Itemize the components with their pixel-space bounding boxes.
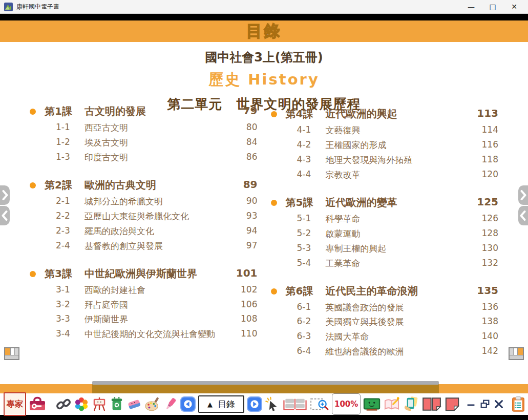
toc-sub-entry[interactable]: 3-3伊斯蘭世界108	[30, 313, 258, 325]
two-page-view-icon[interactable]	[422, 395, 441, 413]
clipboard-list-icon[interactable]	[511, 395, 525, 413]
toc-lesson-entry[interactable]: 第3課中世紀歐洲與伊斯蘭世界101	[30, 267, 258, 281]
window-maximize-button[interactable]: □	[482, 0, 503, 14]
toc-sub-entry[interactable]: 1-1西亞古文明80	[30, 122, 258, 134]
book-page: 國中社會3上(第五冊) 歷史 History 第二單元 世界文明的發展歷程 第1…	[0, 42, 528, 384]
lesson-title: 近代歐洲的變革	[326, 196, 471, 209]
flip-to-left-page-icon[interactable]	[4, 347, 19, 360]
open-book-icon[interactable]	[283, 395, 307, 413]
lesson-title: 歐洲的古典文明	[85, 178, 230, 192]
marker-icon[interactable]	[163, 395, 178, 413]
toc-lesson-entry[interactable]: 第1課古文明的發展79	[30, 104, 258, 118]
section-title: 印度古文明	[85, 152, 230, 163]
toc-sub-entry[interactable]: 5-4工業革命132	[271, 258, 499, 269]
lesson-page-number: 135	[472, 284, 498, 297]
phone-hand-icon[interactable]	[403, 395, 419, 413]
toc-lesson-entry[interactable]: 第6課近代民主的革命浪潮135	[271, 284, 499, 298]
toc-sub-entry[interactable]: 2-1城邦分立的希臘文明90	[30, 196, 258, 207]
section-number: 5-1	[286, 213, 325, 223]
toc-sub-entry[interactable]: 6-2美國獨立與其後發展138	[271, 316, 499, 328]
corner-icon-base	[5, 355, 18, 359]
toc-sub-entry[interactable]: 1-2埃及古文明84	[30, 137, 258, 149]
palette-icon[interactable]	[144, 395, 161, 413]
toc-sub-entry[interactable]: 5-1科學革命126	[271, 213, 499, 225]
horizontal-scrollbar[interactable]	[92, 381, 439, 385]
section-number: 1-2	[45, 137, 83, 147]
section-page-number: 120	[472, 169, 498, 179]
left-edge-next-button[interactable]	[0, 185, 10, 205]
toc-sub-entry[interactable]: 2-3羅馬的政治與文化94	[30, 225, 258, 237]
toc-section: 第6課近代民主的革命浪潮1356-1英國議會政治的發展1366-2美國獨立與其後…	[271, 284, 499, 358]
bullet-icon	[30, 109, 36, 115]
app-close-button[interactable]	[493, 395, 504, 413]
section-page-number: 116	[472, 139, 498, 150]
lesson-page-number: 125	[472, 196, 498, 208]
toolbox-icon[interactable]	[29, 395, 46, 413]
toc-sub-entry[interactable]: 2-4基督教的創立與發展97	[30, 240, 258, 252]
window-title: 康軒國中電子書	[16, 3, 59, 11]
toc-lesson-entry[interactable]: 第2課歐洲的古典文明89	[30, 178, 258, 192]
toc-sub-entry[interactable]: 5-2啟蒙運動128	[271, 228, 499, 240]
app-minimize-button[interactable]	[466, 395, 477, 413]
section-number: 5-2	[286, 228, 325, 238]
toc-sub-entry[interactable]: 3-2拜占庭帝國106	[30, 299, 258, 311]
toc-sub-entry[interactable]: 5-3專制王權的興起130	[271, 243, 499, 255]
eraser-icon[interactable]	[126, 395, 142, 413]
section-page-number: 86	[231, 152, 258, 162]
toc-sub-entry[interactable]: 6-1英國議會政治的發展136	[271, 302, 499, 313]
notebook-pen-icon[interactable]	[383, 395, 400, 413]
lesson-page-number: 89	[231, 178, 258, 191]
toc-section: 第1課古文明的發展791-1西亞古文明801-2埃及古文明841-3印度古文明8…	[30, 104, 258, 163]
one-page-view-icon[interactable]	[444, 395, 460, 413]
window-close-button[interactable]: ✕	[503, 0, 525, 14]
easel-icon[interactable]	[92, 395, 107, 413]
window-minimize-button[interactable]: —	[460, 0, 482, 14]
app-logo-icon	[4, 3, 13, 11]
zoom-region-icon[interactable]	[310, 395, 329, 413]
cursor-icon[interactable]	[265, 395, 280, 413]
toc-sub-entry[interactable]: 1-3印度古文明86	[30, 152, 258, 163]
toc-sub-entry[interactable]: 4-4宗教改革120	[271, 169, 499, 181]
toc-sub-entry[interactable]: 6-4維也納會議後的歐洲142	[271, 346, 499, 358]
toc-sub-entry[interactable]: 3-1西歐的封建社會102	[30, 284, 258, 296]
bookmark-arrow-icon: ▲	[207, 401, 213, 408]
flip-to-right-page-icon[interactable]	[509, 347, 524, 360]
left-edge-prev-button[interactable]	[0, 206, 10, 225]
section-page-number: 132	[472, 258, 498, 268]
right-edge-prev-button[interactable]	[518, 206, 528, 225]
toc-sub-entry[interactable]: 6-3法國大革命140	[271, 331, 499, 343]
chevron-right-icon	[520, 190, 526, 200]
app-restore-button[interactable]	[479, 395, 491, 413]
section-page-number: 93	[231, 211, 258, 221]
toc-sub-entry[interactable]: 4-3地理大發現與海外拓殖118	[271, 154, 499, 166]
expert-mode-button-left[interactable]: 專家	[4, 392, 26, 416]
section-page-number: 128	[472, 228, 498, 238]
section-number: 2-1	[45, 196, 83, 206]
section-number: 4-2	[286, 139, 325, 150]
section-number: 4-3	[286, 154, 325, 164]
section-page-number: 84	[231, 137, 258, 147]
zoom-level-indicator[interactable]: 100%	[332, 393, 361, 415]
toc-sub-entry[interactable]: 3-4中世紀後期的文化交流與社會變動110	[30, 328, 258, 340]
link-icon[interactable]	[56, 395, 71, 413]
lesson-page-number: 79	[231, 104, 258, 117]
prev-page-button[interactable]	[180, 396, 196, 412]
bullet-icon	[271, 200, 277, 206]
toc-lesson-entry[interactable]: 第5課近代歐洲的變革125	[271, 196, 499, 209]
lesson-number: 第6課	[286, 284, 325, 298]
toc-sub-entry[interactable]: 4-1文藝復興114	[271, 124, 499, 136]
toc-section: 第5課近代歐洲的變革1255-1科學革命1265-2啟蒙運動1285-3專制王權…	[271, 196, 499, 269]
next-page-button[interactable]	[247, 396, 262, 412]
right-edge-next-button[interactable]	[518, 185, 528, 205]
page-selector[interactable]: ▲ 目錄	[198, 395, 244, 413]
section-number: 1-1	[45, 122, 83, 132]
chalkboard-icon[interactable]	[363, 395, 381, 413]
toc-sub-entry[interactable]: 4-2王權國家的形成116	[271, 139, 499, 151]
color-wheel-icon[interactable]	[74, 395, 89, 413]
toc-header-band: 目錄	[0, 20, 528, 42]
bottom-orange-band	[0, 384, 528, 393]
trash-icon[interactable]	[110, 395, 124, 413]
corner-gray-pane	[14, 348, 18, 355]
toc-lesson-entry[interactable]: 第4課近代歐洲的興起113	[271, 107, 499, 121]
toc-sub-entry[interactable]: 2-2亞歷山大東征與希臘化文化93	[30, 211, 258, 222]
